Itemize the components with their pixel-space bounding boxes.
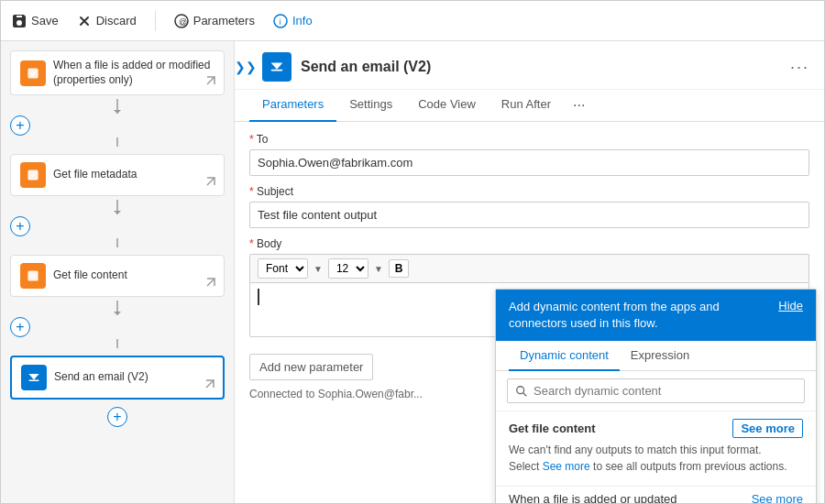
svg-text:i: i (279, 17, 280, 27)
body-label: * Body (249, 237, 809, 250)
tab-more-button[interactable]: ··· (564, 90, 594, 121)
dynamic-section-2-title: When a file is added or updated (509, 492, 677, 504)
action-more-button[interactable]: ··· (790, 58, 809, 77)
plus-button-4[interactable]: + (107, 407, 127, 427)
parameters-button[interactable]: @ Parameters (174, 14, 255, 28)
node1-link (205, 75, 216, 89)
connector-2 (10, 137, 225, 152)
save-button[interactable]: Save (12, 14, 59, 28)
node1-text: When a file is added or modified (proper… (53, 59, 214, 87)
dynamic-section-msg: We can't find any outputs to match this … (509, 442, 803, 475)
svg-point-18 (517, 387, 524, 394)
dynamic-panel: Add dynamic content from the apps and co… (495, 289, 817, 504)
action-title: Send an email (V2) (301, 59, 431, 75)
node3-icon (20, 263, 46, 289)
dynamic-panel-header: Add dynamic content from the apps and co… (496, 290, 816, 341)
left-panel: When a file is added or modified (proper… (1, 41, 235, 504)
tab-bar: Parameters Settings Code View Run After … (235, 90, 824, 122)
dynamic-panel-header-text: Add dynamic content from the apps and co… (509, 299, 771, 332)
plus-button-2[interactable]: + (10, 216, 30, 236)
right-panel: ❯❯ Send an email (V2) ··· Parameters Set… (235, 41, 824, 504)
dynamic-panel-tabs: Dynamic content Expression (496, 341, 816, 371)
cursor (258, 289, 259, 305)
dynamic-section-1-title: Get file content (509, 422, 596, 435)
to-label: * To (249, 133, 809, 146)
connector-4 (10, 238, 225, 253)
node2-link (205, 176, 216, 190)
dynamic-panel-hide-button[interactable]: Hide (778, 299, 803, 312)
see-more-link[interactable]: See more (543, 460, 590, 473)
connector-6 (10, 339, 225, 354)
to-field: * To (249, 133, 809, 176)
subject-field: * Subject (249, 185, 809, 228)
node2-icon (20, 162, 46, 188)
node4-text: Send an email (V2) (54, 370, 148, 385)
see-more-button-2[interactable]: See more (752, 492, 803, 504)
subject-input[interactable] (249, 202, 809, 228)
dynamic-section-1-header: Get file content See more (509, 419, 803, 438)
connector-5 (10, 301, 225, 315)
dynamic-tab-expression[interactable]: Expression (620, 341, 700, 371)
svg-marker-10 (114, 211, 121, 214)
node3-text: Get file content (53, 268, 127, 283)
to-input[interactable] (249, 149, 809, 176)
discard-button[interactable]: Discard (77, 14, 137, 28)
svg-marker-6 (114, 110, 121, 114)
font-select[interactable]: Font (258, 258, 308, 279)
subject-label: * Subject (249, 185, 809, 198)
connector-3 (10, 200, 225, 214)
svg-line-19 (523, 393, 527, 397)
see-more-button-1[interactable]: See more (732, 419, 803, 438)
font-dropdown-icon: ▼ (314, 264, 323, 274)
toolbar-separator (155, 11, 156, 31)
search-input[interactable] (534, 384, 797, 398)
search-box (507, 378, 805, 403)
flow-node-2[interactable]: Get file metadata (10, 154, 225, 196)
toolbar: Save Discard @ Parameters i Info (1, 1, 824, 41)
node4-link (204, 378, 215, 392)
connector-1 (10, 99, 225, 114)
node1-icon (20, 60, 46, 86)
tab-parameters[interactable]: Parameters (249, 90, 336, 122)
plus-button-1[interactable]: + (10, 115, 30, 136)
tab-run-after[interactable]: Run After (489, 90, 564, 122)
add-param-button[interactable]: Add new parameter (249, 354, 373, 380)
font-size-select[interactable]: 12 (328, 258, 368, 279)
search-icon (515, 385, 528, 398)
dynamic-section-1: Get file content See more We can't find … (496, 411, 816, 486)
flow-node-4[interactable]: Send an email (V2) (10, 356, 225, 400)
body-toolbar: Font ▼ 12 ▼ B (249, 254, 809, 282)
dynamic-section-2: When a file is added or updated See more (496, 486, 816, 504)
svg-marker-14 (114, 312, 121, 315)
main-layout: When a file is added or modified (proper… (1, 41, 824, 504)
action-header: Send an email (V2) ··· (235, 41, 824, 90)
font-size-dropdown-icon: ▼ (374, 264, 383, 274)
action-icon (262, 52, 292, 82)
info-button[interactable]: i Info (273, 14, 313, 28)
tab-settings[interactable]: Settings (336, 90, 405, 122)
tab-code-view[interactable]: Code View (405, 90, 489, 122)
svg-rect-16 (28, 380, 38, 382)
svg-rect-17 (271, 70, 283, 71)
node2-text: Get file metadata (53, 168, 137, 182)
node3-link (205, 277, 216, 290)
svg-text:@: @ (179, 17, 187, 27)
expand-arrow[interactable]: ❯❯ (235, 56, 257, 78)
plus-button-3[interactable]: + (10, 317, 30, 337)
bold-button[interactable]: B (389, 259, 410, 278)
dynamic-tab-content[interactable]: Dynamic content (509, 341, 620, 371)
node4-icon (21, 365, 47, 390)
flow-node-1[interactable]: When a file is added or modified (proper… (10, 50, 225, 95)
dynamic-search-area (496, 371, 816, 411)
flow-node-3[interactable]: Get file content (10, 255, 225, 297)
